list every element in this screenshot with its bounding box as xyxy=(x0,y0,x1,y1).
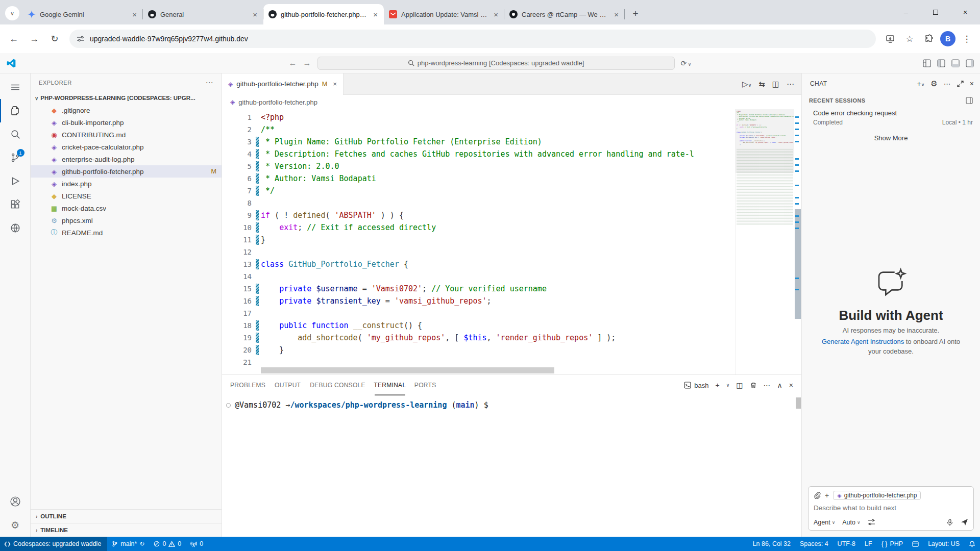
editor-back-icon[interactable]: ← xyxy=(289,59,297,68)
voice-input-icon[interactable] xyxy=(946,519,953,526)
vscode-browser-icon[interactable] xyxy=(908,537,923,551)
chat-settings-gear-icon[interactable]: ⚙ xyxy=(930,79,937,88)
tab-close-icon[interactable]: × xyxy=(613,10,620,19)
browser-tab[interactable]: github-portfolio-fetcher.php - p× xyxy=(263,4,384,24)
eol[interactable]: LF xyxy=(860,537,877,551)
browser-tab[interactable]: Careers @ rtCamp — We are al...× xyxy=(504,4,625,24)
codespace-sync-icon[interactable]: ⟳ ∨ xyxy=(681,59,692,67)
command-center[interactable]: php-wordpress-learning [Codespaces: upgr… xyxy=(317,57,675,70)
profile-avatar[interactable]: B xyxy=(940,31,955,46)
outline-section[interactable]: › OUTLINE xyxy=(31,509,222,523)
address-bar[interactable]: upgraded-waddle-97w9rq65pjv9277w4.github… xyxy=(69,30,876,48)
keyboard-layout[interactable]: Layout: US xyxy=(923,537,964,551)
tab-close-icon[interactable]: × xyxy=(252,10,258,19)
browser-tab[interactable]: Application Update: Vamsi Bod...× xyxy=(384,4,504,24)
file-row[interactable]: ◆LICENSE xyxy=(31,190,222,202)
settings-gear-icon[interactable]: ⚙ xyxy=(0,513,31,537)
new-terminal-icon[interactable]: + xyxy=(716,381,720,389)
editor-tab[interactable]: ◈ github-portfolio-fetcher.php M × xyxy=(222,73,344,95)
editor-forward-icon[interactable]: → xyxy=(303,59,311,68)
horizontal-scrollbar-thumb[interactable] xyxy=(261,367,554,373)
browser-tab[interactable]: General× xyxy=(143,4,263,24)
generate-instructions-link[interactable]: Generate Agent Instructions xyxy=(822,338,904,345)
maximize-panel-icon[interactable]: ∧ xyxy=(777,381,782,389)
session-item[interactable]: Code error checking request Completed Lo… xyxy=(802,107,980,127)
minimap[interactable]: <?php/** * Plugin Name: GitHub Portfolio… xyxy=(735,109,794,374)
indentation[interactable]: Spaces: 4 xyxy=(795,537,833,551)
open-changes-icon[interactable]: ⇆ xyxy=(758,80,765,89)
add-context-icon[interactable]: + xyxy=(825,491,829,499)
shell-selector[interactable]: bash xyxy=(684,382,708,389)
workspace-section-header[interactable]: ∨ PHP-WORDPRESS-LEARNING [CODESPACES: UP… xyxy=(31,92,222,104)
toggle-sidebar-icon[interactable] xyxy=(937,59,945,67)
toggle-panel-icon[interactable] xyxy=(951,59,960,67)
attach-paperclip-icon[interactable] xyxy=(814,492,821,499)
show-more-button[interactable]: Show More xyxy=(802,134,980,142)
panel-tab-debug-console[interactable]: DEBUG CONSOLE xyxy=(310,375,365,395)
mode-selector[interactable]: Agent∨ xyxy=(814,519,835,526)
back-button[interactable]: ← xyxy=(5,30,22,47)
context-chip[interactable]: ◈ github-portfolio-fetcher.php xyxy=(833,491,921,500)
editor-more-icon[interactable]: ⋯ xyxy=(787,80,794,89)
file-row[interactable]: ◈cli-bulk-importer.php xyxy=(31,116,222,129)
remote-indicator[interactable]: Codespaces: upgraded waddle xyxy=(0,537,107,551)
explorer-more-icon[interactable]: ⋯ xyxy=(205,78,213,87)
timeline-section[interactable]: › TIMELINE xyxy=(31,523,222,537)
tools-icon[interactable] xyxy=(868,518,875,526)
new-chat-icon[interactable]: +∨ xyxy=(917,80,925,88)
chat-expand-icon[interactable] xyxy=(957,81,964,87)
file-row[interactable]: ◈github-portfolio-fetcher.phpM xyxy=(31,165,222,178)
panel-tab-terminal[interactable]: TERMINAL xyxy=(375,375,405,395)
file-row[interactable]: ◈cricket-pace-calculator.php xyxy=(31,141,222,153)
minimize-button[interactable]: – xyxy=(891,0,921,24)
language-mode[interactable]: { }PHP xyxy=(877,537,908,551)
kill-terminal-icon[interactable] xyxy=(750,382,757,389)
run-php-icon[interactable]: ▷∨ xyxy=(742,80,751,89)
scrollbar-thumb[interactable] xyxy=(795,209,801,319)
encoding[interactable]: UTF-8 xyxy=(833,537,860,551)
new-tab-button[interactable]: + xyxy=(628,6,643,21)
problems-indicator[interactable]: 0 0 xyxy=(149,537,186,551)
panel-tab-ports[interactable]: PORTS xyxy=(414,375,436,395)
chat-input-box[interactable]: + ◈ github-portfolio-fetcher.php Describ… xyxy=(808,486,974,531)
close-panel-icon[interactable]: × xyxy=(789,381,793,389)
source-control-activity-icon[interactable]: 1 xyxy=(0,146,31,169)
horizontal-scrollbar[interactable] xyxy=(261,367,734,373)
branch-indicator[interactable]: main* ↻ xyxy=(107,537,149,551)
extensions-activity-icon[interactable] xyxy=(0,193,31,216)
editor-scrollbar[interactable] xyxy=(794,109,801,374)
file-row[interactable]: ▦mock-data.csv xyxy=(31,202,222,214)
ports-indicator[interactable]: 0 xyxy=(186,537,208,551)
chat-more-icon[interactable]: ⋯ xyxy=(944,80,951,88)
notifications-bell-icon[interactable] xyxy=(964,537,980,551)
tab-search-button[interactable]: ∨ xyxy=(5,6,19,20)
breadcrumb[interactable]: ◈ github-portfolio-fetcher.php xyxy=(222,95,801,109)
menu-hamburger-icon[interactable] xyxy=(0,76,31,99)
panel-tab-problems[interactable]: PROBLEMS xyxy=(230,375,265,395)
browser-tab[interactable]: Google Gemini× xyxy=(22,4,143,24)
file-row[interactable]: ◆.gitignore xyxy=(31,104,222,116)
file-row[interactable]: ◈enterprise-audit-log.php xyxy=(31,153,222,165)
close-window-button[interactable]: × xyxy=(950,0,980,24)
site-info-icon[interactable] xyxy=(77,35,85,43)
minimap-slider[interactable] xyxy=(736,109,794,173)
tab-close-icon[interactable]: × xyxy=(372,10,379,19)
run-debug-activity-icon[interactable] xyxy=(0,169,31,193)
file-row[interactable]: ⚙phpcs.xml xyxy=(31,214,222,227)
model-selector[interactable]: Auto∨ xyxy=(842,519,860,526)
file-row[interactable]: ◉CONTRIBUTING.md xyxy=(31,129,222,141)
send-icon[interactable] xyxy=(961,518,968,526)
toggle-secondary-sidebar-icon[interactable] xyxy=(966,59,974,67)
chat-close-icon[interactable]: × xyxy=(970,80,974,88)
panel-more-icon[interactable]: ⋯ xyxy=(764,381,771,389)
code-editor[interactable]: 1<?php2/**3 * Plugin Name: GitHub Portfo… xyxy=(222,109,801,374)
extensions-puzzle-icon[interactable] xyxy=(921,31,937,47)
terminal[interactable]: @Vamsi0702 →/workspaces/php-wordpress-le… xyxy=(222,395,801,537)
maximize-button[interactable] xyxy=(921,0,950,24)
file-row[interactable]: ⓘREADME.md xyxy=(31,227,222,239)
account-icon[interactable] xyxy=(0,490,31,513)
terminal-scrollbar-thumb[interactable] xyxy=(796,397,801,409)
bookmark-star-icon[interactable]: ☆ xyxy=(901,31,918,47)
install-app-icon[interactable] xyxy=(882,31,898,47)
split-terminal-icon[interactable]: ◫ xyxy=(736,381,743,389)
